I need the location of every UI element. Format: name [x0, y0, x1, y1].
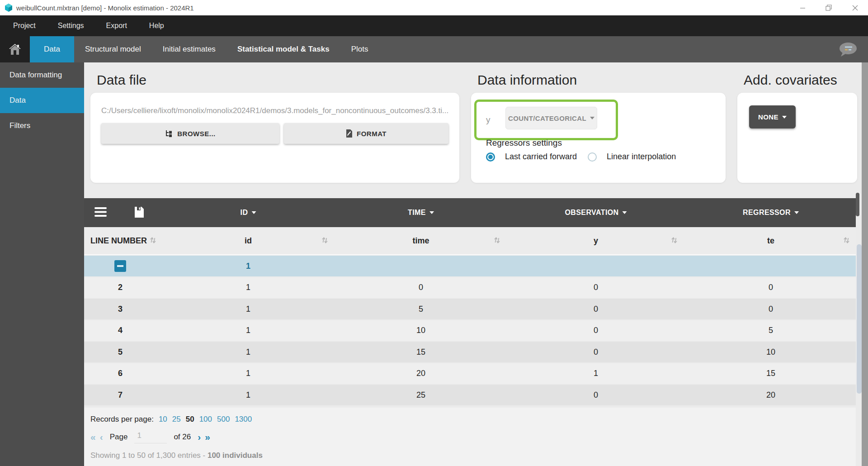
home-icon [9, 43, 21, 55]
data-information-panel: y COUNT/CATEGORICAL Regressors settings … [471, 93, 726, 183]
table-row[interactable]: 1 [84, 256, 856, 276]
table-row[interactable]: 3 1 5 0 0 [84, 299, 856, 319]
first-page-icon[interactable]: « [90, 432, 96, 442]
cell-line-number: 7 [118, 385, 123, 405]
cell-time: 15 [416, 342, 425, 362]
menu-toggle-button[interactable] [94, 207, 107, 217]
cell-y: 1 [594, 363, 598, 384]
cell-id: 1 [246, 256, 250, 276]
cell-line-number: 5 [118, 342, 123, 362]
radio-linear-interpolation[interactable] [588, 152, 597, 162]
tab-statistical-model-tasks[interactable]: Statistical model & Tasks [226, 36, 340, 62]
cell-line-number: 2 [118, 277, 123, 298]
table-scrollbar-thumb[interactable] [857, 244, 862, 394]
tab-initial-estimates[interactable]: Initial estimates [152, 36, 226, 62]
save-button[interactable] [134, 206, 145, 218]
table-row[interactable]: 7 1 25 0 20 [84, 385, 856, 405]
records-option-1300[interactable]: 1300 [235, 415, 252, 424]
data-file-title: Data file [97, 72, 146, 88]
column-header-id: id [245, 227, 252, 254]
cell-te: 20 [766, 385, 775, 405]
table-header-row: LINE NUMBER id time y te [84, 227, 856, 255]
observation-name-label: y [486, 115, 491, 125]
menu-item-settings[interactable]: Settings [58, 22, 84, 30]
sort-icon[interactable] [843, 236, 851, 244]
window-scrollbar[interactable] [862, 62, 868, 466]
page-count-label: of 26 [174, 433, 191, 442]
radio-last-carried-forward-label[interactable]: Last carried forward [505, 152, 577, 162]
floppy-icon [134, 206, 145, 218]
data-information-title: Data information [477, 72, 577, 88]
column-header-time: time [412, 227, 429, 254]
cell-id: 1 [246, 385, 250, 405]
records-option-100[interactable]: 100 [199, 415, 212, 424]
cell-time: 5 [419, 299, 423, 319]
column-header-y: y [594, 227, 598, 254]
browse-button[interactable]: BROWSE... [101, 123, 279, 144]
sort-icon[interactable] [493, 236, 501, 244]
cell-time: 25 [416, 385, 425, 405]
table-row[interactable]: 4 1 10 0 5 [84, 320, 856, 341]
format-document-icon [346, 129, 353, 138]
cell-line-number: 3 [118, 299, 123, 319]
tab-structural-model[interactable]: Structural model [74, 36, 152, 62]
cell-time: 10 [416, 320, 425, 341]
records-option-500[interactable]: 500 [217, 415, 230, 424]
column-dropdown-observation[interactable]: OBSERVATION [565, 198, 627, 227]
cell-y: 0 [594, 320, 598, 341]
monolix-logo-icon [5, 4, 13, 12]
records-option-10[interactable]: 10 [159, 415, 167, 424]
none-button-label: NONE [758, 113, 778, 121]
observation-type-value: COUNT/CATEGORICAL [508, 114, 586, 122]
radio-linear-interpolation-label[interactable]: Linear interpolation [607, 152, 676, 162]
next-page-icon[interactable]: › [198, 432, 201, 442]
sidebar-item-data-formatting[interactable]: Data formatting [0, 62, 84, 88]
menu-item-project[interactable]: Project [13, 22, 36, 30]
page-input[interactable] [134, 430, 167, 443]
entries-summary-text: Showing 1 to 50 of 1,300 entries - [90, 451, 208, 460]
feedback-bubble-icon[interactable] [837, 42, 858, 58]
sidebar-item-filters[interactable]: Filters [0, 113, 84, 138]
prev-page-icon[interactable]: ‹ [100, 432, 103, 442]
none-dropdown-button[interactable]: NONE [749, 105, 796, 128]
home-button[interactable] [0, 36, 30, 62]
observation-type-dropdown[interactable]: COUNT/CATEGORICAL [505, 107, 597, 129]
sidebar-item-data[interactable]: Data [0, 88, 84, 113]
format-button[interactable]: FORMAT [284, 123, 448, 144]
cell-te: 10 [766, 342, 775, 362]
chevron-down-icon [782, 116, 787, 119]
table-row[interactable]: 5 1 15 0 10 [84, 342, 856, 362]
chevron-down-icon [251, 211, 256, 214]
sort-icon[interactable] [670, 236, 679, 244]
cell-y: 0 [594, 342, 598, 362]
cell-line-number: 6 [118, 363, 123, 384]
table-scrollbar-thumb[interactable] [856, 193, 859, 216]
table-row[interactable]: 2 1 0 0 0 [84, 277, 856, 298]
column-dropdown-time-label: TIME [408, 209, 426, 217]
tab-data[interactable]: Data [30, 36, 74, 62]
sort-icon[interactable] [321, 236, 329, 244]
column-dropdown-regressor[interactable]: REGRESSOR [743, 198, 799, 227]
cell-time: 20 [416, 363, 425, 384]
column-header-line-number: LINE NUMBER [90, 227, 147, 254]
table-row[interactable]: 6 1 20 1 15 [84, 363, 856, 384]
cell-id: 1 [246, 277, 250, 298]
tab-plots[interactable]: Plots [340, 36, 379, 62]
menu-item-export[interactable]: Export [106, 22, 127, 30]
add-covariates-panel: NONE [737, 93, 857, 183]
records-option-50[interactable]: 50 [186, 415, 194, 424]
menu-item-help[interactable]: Help [149, 22, 164, 30]
individuals-count: 100 individuals [208, 451, 263, 460]
sort-icon[interactable] [149, 236, 157, 244]
last-page-icon[interactable]: » [205, 432, 210, 442]
records-option-25[interactable]: 25 [172, 415, 181, 424]
radio-last-carried-forward[interactable] [486, 152, 495, 162]
cell-y: 0 [594, 385, 598, 405]
table-footer: Records per page: 10 25 50 100 500 1300 … [84, 408, 856, 466]
close-icon[interactable] [842, 0, 868, 15]
column-dropdown-time[interactable]: TIME [408, 198, 434, 227]
restore-button[interactable] [816, 0, 842, 15]
collapse-row-icon[interactable] [114, 260, 126, 272]
minimize-button[interactable] [789, 0, 816, 15]
column-dropdown-id[interactable]: ID [241, 198, 256, 227]
